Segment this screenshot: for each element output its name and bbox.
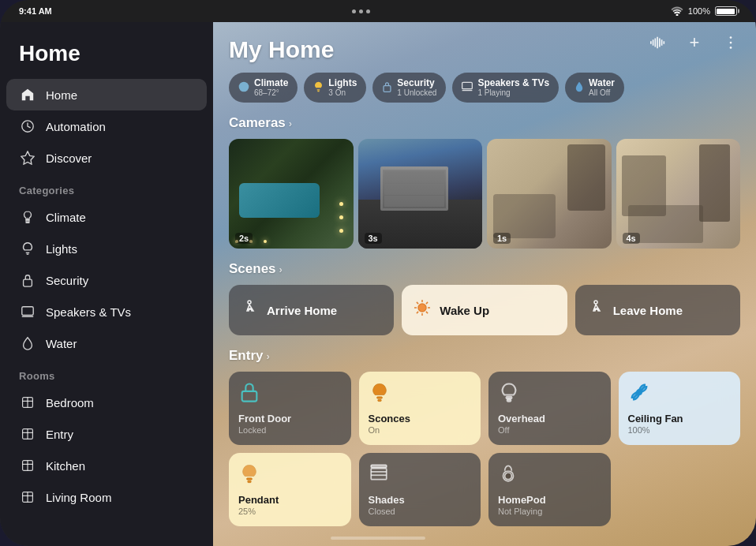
scenes-section-title[interactable]: Scenes › <box>213 261 756 285</box>
sidebar-item-bedroom[interactable]: Bedroom <box>6 387 207 418</box>
svg-point-0 <box>676 14 678 17</box>
sidebar-item-security[interactable]: Security <box>6 264 207 296</box>
ipad-frame: 9:41 AM 100% Home <box>0 0 756 546</box>
overhead-info: Overhead Off <box>498 413 601 436</box>
sconces-status: On <box>369 425 472 436</box>
home-label: Home <box>46 88 77 102</box>
svg-rect-57 <box>247 478 253 480</box>
security-icon <box>19 271 36 289</box>
main-content: + My Home Climate <box>213 22 756 546</box>
cameras-chevron: › <box>289 118 292 129</box>
svg-point-40 <box>418 304 426 312</box>
bedroom-label: Bedroom <box>46 396 94 410</box>
entry-section-title[interactable]: Entry › <box>229 348 740 372</box>
svg-line-48 <box>426 302 428 304</box>
pill-security-icon <box>382 81 392 95</box>
add-button[interactable]: + <box>682 30 707 55</box>
svg-rect-52 <box>376 397 382 398</box>
shades-icon <box>369 462 472 488</box>
svg-rect-54 <box>507 397 512 398</box>
pill-water[interactable]: Water All Off <box>565 73 624 103</box>
sidebar-item-home[interactable]: Home <box>6 79 207 110</box>
front-door-name: Front Door <box>238 413 342 425</box>
pill-lights[interactable]: Lights 3 On <box>304 73 366 103</box>
device-shades[interactable]: Shades Closed <box>359 453 481 526</box>
wake-up-icon <box>413 298 432 322</box>
homepod-status: Not Playing <box>498 507 601 517</box>
device-sconces[interactable]: Sconces On <box>359 372 481 445</box>
shades-info: Shades Closed <box>369 494 472 517</box>
ceiling-fan-info: Ceiling Fan 100% <box>628 413 732 436</box>
automation-label: Automation <box>46 120 106 133</box>
water-label: Water <box>46 337 77 350</box>
pill-security-text: Security 1 Unlocked <box>397 77 436 98</box>
sidebar-item-entry[interactable]: Entry <box>6 418 207 450</box>
svg-rect-8 <box>22 307 33 316</box>
rooms-header: Rooms <box>0 359 213 387</box>
pill-speakers[interactable]: Speakers & TVs 1 Playing <box>452 73 559 103</box>
discover-icon <box>19 149 36 166</box>
device-ceiling-fan[interactable]: Ceiling Fan 100% <box>619 372 741 445</box>
svg-rect-53 <box>377 400 381 402</box>
status-right: 100% <box>671 6 737 16</box>
svg-point-30 <box>730 42 732 44</box>
camera-3-timestamp: 1s <box>493 233 511 244</box>
sconces-name: Sconces <box>369 413 472 425</box>
pill-lights-icon <box>313 81 324 95</box>
more-button[interactable] <box>718 30 743 55</box>
device-front-door[interactable]: Front Door Locked <box>229 372 351 445</box>
arrive-home-icon <box>240 298 259 322</box>
cameras-section-title[interactable]: Cameras › <box>213 115 756 139</box>
svg-rect-59 <box>371 465 387 467</box>
livingroom-icon <box>19 488 36 506</box>
sidebar-title: Home <box>0 41 213 79</box>
overhead-status: Off <box>498 425 601 436</box>
pill-climate-text: Climate 68–72° <box>254 77 288 98</box>
svg-rect-58 <box>248 481 252 483</box>
scene-wake-up[interactable]: Wake Up <box>402 285 567 335</box>
voice-button[interactable] <box>646 30 671 55</box>
svg-point-64 <box>505 473 512 480</box>
automation-icon <box>19 118 36 135</box>
sidebar-item-climate[interactable]: Climate <box>6 201 207 233</box>
status-bar: 9:41 AM 100% <box>0 0 756 22</box>
shades-status: Closed <box>369 507 472 517</box>
pill-climate[interactable]: Climate 68–72° <box>229 73 298 103</box>
device-pendant[interactable]: Pendant 25% <box>229 453 351 526</box>
sidebar-item-kitchen[interactable]: Kitchen <box>6 450 207 481</box>
cameras-row: 2s 3s 1s <box>213 139 756 261</box>
lights-label: Lights <box>46 242 77 256</box>
entry-room-icon <box>19 425 36 443</box>
camera-4[interactable]: 4s <box>616 139 741 249</box>
sidebar-item-lights[interactable]: Lights <box>6 233 207 264</box>
sidebar-item-automation[interactable]: Automation <box>6 110 207 142</box>
overhead-icon <box>498 381 601 408</box>
svg-rect-35 <box>384 85 391 92</box>
discover-label: Discover <box>46 151 92 165</box>
device-homepod[interactable]: HomePod Not Playing <box>488 453 611 526</box>
climate-label: Climate <box>46 211 86 224</box>
shades-name: Shades <box>369 494 472 507</box>
camera-1[interactable]: 2s <box>229 139 354 249</box>
app-container: Home Home Automation <box>0 22 756 546</box>
svg-rect-33 <box>317 89 320 90</box>
scene-arrive-home[interactable]: Arrive Home <box>229 285 394 335</box>
scene-leave-home[interactable]: Leave Home <box>575 285 740 335</box>
sidebar: Home Home Automation <box>0 22 213 546</box>
pill-lights-text: Lights 3 On <box>328 77 357 98</box>
camera-2[interactable]: 3s <box>358 139 483 249</box>
sidebar-item-discover[interactable]: Discover <box>6 142 207 174</box>
sidebar-item-livingroom[interactable]: Living Room <box>6 481 207 513</box>
battery-icon <box>715 6 737 16</box>
pill-security[interactable]: Security 1 Unlocked <box>372 73 446 103</box>
sidebar-item-speakers[interactable]: Speakers & TVs <box>6 296 207 327</box>
top-actions: + <box>646 30 743 55</box>
sidebar-item-water[interactable]: Water <box>6 327 207 359</box>
device-overhead[interactable]: Overhead Off <box>488 372 611 445</box>
ceiling-fan-icon <box>628 381 732 408</box>
lights-icon <box>19 240 36 257</box>
cameras-label: Cameras <box>229 115 286 131</box>
home-icon <box>19 86 36 103</box>
camera-3[interactable]: 1s <box>487 139 612 249</box>
scenes-label: Scenes <box>229 261 276 277</box>
